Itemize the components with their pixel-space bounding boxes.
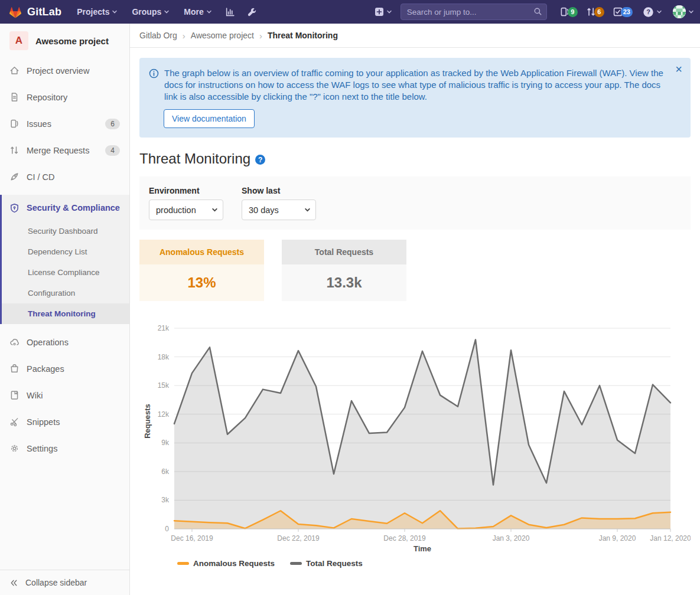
document-icon [9,92,19,102]
user-menu[interactable] [668,5,694,18]
project-sidebar: A Awesome project Project overview Repos… [0,24,130,595]
issues-icon [9,119,19,129]
anomalous-requests-value: 13% [139,264,264,301]
nav-menu-groups[interactable]: Groups [125,0,177,24]
issues-counter[interactable]: 9 [555,6,582,17]
view-documentation-button[interactable]: View documentation [164,109,255,128]
sidebar-item-merge-requests[interactable]: Merge Requests 4 [0,137,129,164]
svg-text:0: 0 [165,525,169,533]
plus-square-icon [375,7,384,17]
chart-legend: Anomalous Requests Total Requests [177,559,691,568]
svg-text:Jan 9, 2020: Jan 9, 2020 [599,534,636,542]
issues-count-badge: 9 [568,7,578,17]
merge-request-icon [9,145,19,155]
legend-item-total-requests[interactable]: Total Requests [290,559,363,568]
anomalous-requests-card[interactable]: Anomalous Requests 13% [139,240,264,301]
traffic-chart: Requests 03k6k9k12k15k18k21kDec 16, 2019… [139,316,691,568]
gear-icon [9,443,19,453]
environment-label: Environment [149,186,223,195]
sidebar-item-issues[interactable]: Issues 6 [0,110,129,137]
nav-menu-projects[interactable]: Projects [70,0,125,24]
total-requests-label: Total Requests [282,240,406,264]
breadcrumb-current-page: Threat Monitoring [268,31,338,40]
bar-chart-icon [225,7,235,17]
environment-select[interactable]: production [149,200,223,220]
breadcrumb-group[interactable]: Gitlab Org [139,31,177,40]
sidebar-subitem-license-compliance[interactable]: License Compliance [2,262,129,283]
sidebar-subitem-dependency-list[interactable]: Dependency List [2,241,129,262]
chevron-down-icon [164,9,170,15]
nav-menu-more[interactable]: More [177,0,219,24]
home-icon [9,66,19,76]
search-icon [533,7,542,16]
sidebar-item-settings[interactable]: Settings [0,435,129,462]
svg-text:15k: 15k [158,381,170,390]
wiki-book-icon [9,390,19,400]
show-last-select[interactable]: 30 days [242,200,316,220]
sidebar-subitem-security-dashboard[interactable]: Security Dashboard [2,221,129,241]
chart-plot-area[interactable]: 03k6k9k12k15k18k21kDec 16, 2019Dec 22, 2… [139,316,691,543]
todos-counter[interactable]: 23 [608,6,637,17]
sidebar-item-operations[interactable]: Operations [0,329,129,355]
sidebar-item-wiki[interactable]: Wiki [0,382,129,408]
avatar [673,5,686,18]
help-menu[interactable]: ? [637,6,668,18]
gitlab-logo[interactable]: GitLab [8,5,61,19]
sidebar-item-snippets[interactable]: Snippets [0,408,129,435]
sidebar-project-header[interactable]: A Awesome project [0,24,129,57]
sidebar-section-security-compliance: Security & Compliance Security Dashboard… [0,195,129,324]
legend-item-anomalous-requests[interactable]: Anomalous Requests [177,559,275,568]
help-icon: ? [643,6,654,18]
top-navbar: GitLab Projects Groups More [0,0,700,24]
cloud-icon [9,337,19,347]
chevron-down-icon [656,9,662,15]
sidebar-item-security-compliance[interactable]: Security & Compliance [2,195,129,221]
svg-text:Dec 22, 2019: Dec 22, 2019 [277,534,320,542]
merge-requests-counter[interactable]: 6 [582,6,608,17]
analytics-button[interactable] [219,0,241,24]
sidebar-subitem-threat-monitoring[interactable]: Threat Monitoring [2,303,129,324]
legend-swatch-total [290,562,302,565]
sidebar-item-repository[interactable]: Repository [0,84,129,110]
todos-count-badge: 23 [621,7,633,17]
svg-text:Dec 28, 2019: Dec 28, 2019 [383,534,426,542]
sidebar-item-ci-cd[interactable]: CI / CD [0,164,129,190]
search-input[interactable] [401,4,547,20]
breadcrumb-separator: › [183,31,185,41]
legend-swatch-anomalous [177,562,189,565]
issues-count-pill: 6 [105,119,120,129]
close-icon[interactable]: × [675,63,682,75]
logo-text: GitLab [27,6,61,18]
sidebar-item-project-overview[interactable]: Project overview [0,57,129,84]
total-requests-card[interactable]: Total Requests 13.3k [282,240,406,301]
rocket-icon [9,172,19,182]
new-menu[interactable] [369,7,398,17]
sidebar-subitem-configuration[interactable]: Configuration [2,283,129,303]
alert-message: The graph below is an overview of traffi… [164,67,665,103]
breadcrumb-project[interactable]: Awesome project [191,31,254,40]
anomalous-requests-label: Anomalous Requests [139,240,264,264]
svg-text:18k: 18k [158,353,170,361]
shield-icon [9,203,19,213]
waf-info-alert: The graph below is an overview of traffi… [139,58,691,138]
title-help-icon[interactable]: ? [255,155,265,165]
svg-text:21k: 21k [158,324,170,332]
show-last-label: Show last [242,186,316,195]
breadcrumb-separator: › [259,31,262,41]
global-search [401,4,547,20]
svg-text:Jan 12, 2020: Jan 12, 2020 [650,534,691,542]
summary-stats: Anomalous Requests 13% Total Requests 13… [139,240,691,301]
wrench-icon [247,7,257,17]
merge-requests-count-badge: 6 [594,7,604,17]
scissors-icon [9,417,19,427]
chevron-down-icon [206,9,212,15]
project-avatar: A [9,31,28,50]
page-title: Threat Monitoring [139,151,250,167]
info-icon [149,68,159,79]
collapse-sidebar-button[interactable]: Collapse sidebar [0,570,129,595]
sidebar-item-packages[interactable]: Packages [0,355,129,382]
x-axis-label: Time [154,544,691,553]
admin-area-button[interactable] [241,0,263,24]
svg-text:Jan 3, 2020: Jan 3, 2020 [493,534,530,542]
filters-panel: Environment production Show last 30 days [139,176,691,230]
